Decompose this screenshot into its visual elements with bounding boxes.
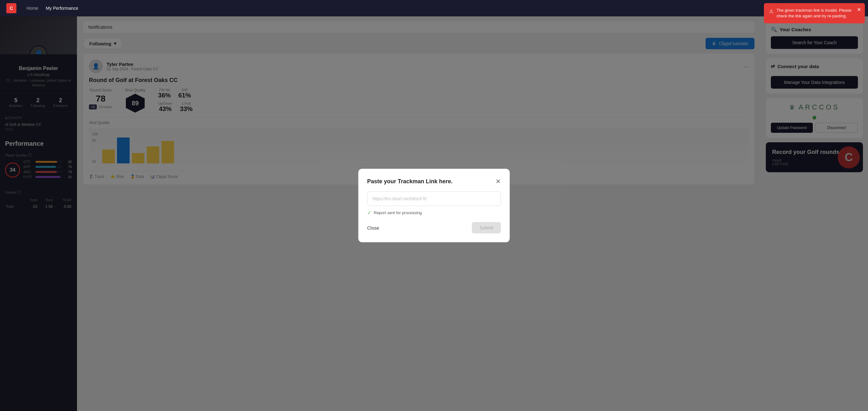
warning-icon: ⚠ xyxy=(769,8,773,15)
app-logo: C xyxy=(6,3,17,13)
success-check-icon: ✓ xyxy=(367,210,371,216)
modal-submit-button[interactable]: Submit xyxy=(472,222,501,233)
trackman-link-input[interactable] xyxy=(367,191,501,206)
modal-close-icon[interactable]: ✕ xyxy=(496,178,501,185)
modal-overlay: Paste your Trackman Link here. ✕ ✓ Repor… xyxy=(0,0,868,411)
error-toast-message: The given trackman link is invalid. Plea… xyxy=(777,7,852,19)
error-toast: ⚠ The given trackman link is invalid. Pl… xyxy=(764,3,865,23)
modal-success-message: ✓ Report sent for processing xyxy=(367,210,501,216)
modal-title: Paste your Trackman Link here. xyxy=(367,178,453,185)
nav-my-performance[interactable]: My Performance xyxy=(46,6,78,11)
modal-header: Paste your Trackman Link here. ✕ xyxy=(367,178,501,185)
error-toast-close[interactable]: ✕ xyxy=(857,6,861,13)
trackman-modal: Paste your Trackman Link here. ✕ ✓ Repor… xyxy=(358,169,510,242)
nav-home[interactable]: Home xyxy=(27,6,38,11)
success-text: Report sent for processing xyxy=(374,211,422,215)
modal-footer: Close Submit xyxy=(367,222,501,233)
modal-close-button[interactable]: Close xyxy=(367,223,379,233)
nav-links: Home My Performance xyxy=(27,6,78,11)
top-nav: C Home My Performance 🔍 👥 🔔 ➕ ▾ 👤 ▾ xyxy=(0,0,868,17)
